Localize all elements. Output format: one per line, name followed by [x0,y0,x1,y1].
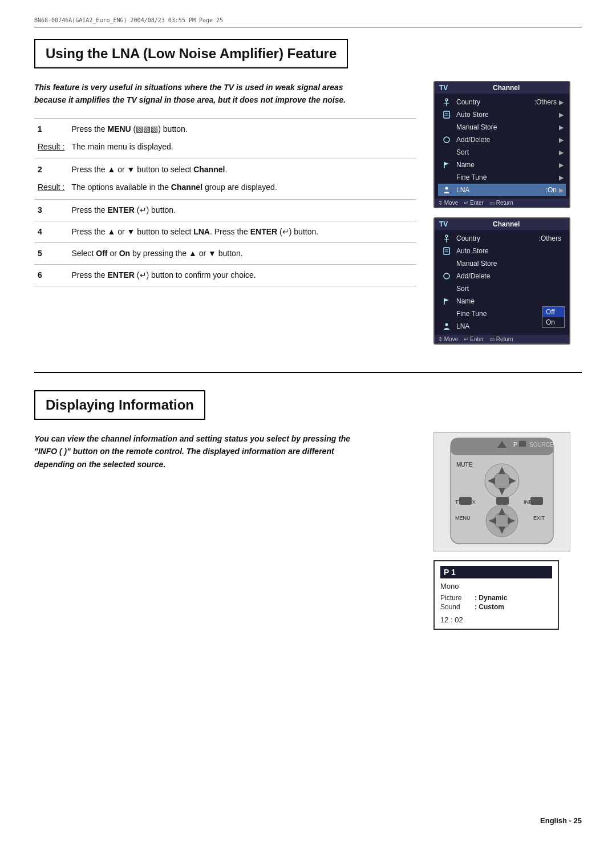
empty-icon-2 [440,147,453,157]
svg-rect-35 [459,497,472,505]
enter-label-6: ENTER [108,270,135,280]
svg-point-0 [445,99,448,101]
step-3-content: Press the ENTER (↵) button. [68,199,416,221]
step-4-content: Press the ▲ or ▼ button to select LNA. P… [68,221,416,242]
svg-marker-18 [444,298,449,302]
section2-screens-col: P SOURCE MUTE TTX/MIX [433,432,582,630]
manualstore-item: Manual Store [456,123,559,131]
popup-off: Off [542,307,564,317]
info-display-panel: P 1 Mono Picture : Dynamic Sound : Custo… [433,560,559,630]
svg-text:MENU: MENU [455,515,471,521]
country-value-2: :Others [539,234,561,242]
step-6-row: 6 Press the ENTER (↵) button to confirm … [34,264,416,286]
on-label: On [119,249,130,258]
page-footer: English - 25 [540,816,582,825]
autostore-item-2: Auto Store [456,247,564,255]
tv-row-lna-1: LNA :On ▶ [438,184,566,196]
lna-arrow-1: ▶ [559,187,564,194]
step-1-row: 1 Press the MENU (▧▧▧) button. [34,118,416,140]
tv-label-1: TV [439,84,448,92]
step-3-num: 3 [34,199,68,221]
tv-row-name-2: Name [438,295,566,307]
step-4-num: 4 [34,221,68,242]
step-1-num: 1 [34,118,68,140]
section1-intro: This feature is very useful in situation… [34,81,354,107]
lna-item-1: LNA [456,186,546,194]
step-6-content: Press the ENTER (↵) button to confirm yo… [68,264,416,286]
tv-row-name: Name ▶ [438,159,566,171]
section2-title: Displaying Information [34,390,205,420]
step-2-result: Result : The options available in the Ch… [34,180,416,200]
manualstore-item-2: Manual Store [456,260,564,268]
tv-row-country: Country :Others ▶ [438,96,566,108]
empty-icon-3 [440,172,453,183]
svg-point-9 [445,187,448,190]
svg-rect-24 [519,441,526,447]
svg-point-19 [445,323,448,326]
svg-rect-13 [444,248,449,254]
section2-content: You can view the channel information and… [34,432,582,630]
finetune-item: Fine Tune [456,173,559,181]
step-2-result-label: Result : [34,180,68,200]
country-item: Country [456,98,534,106]
remote-svg: P SOURCE MUTE TTX/MIX [439,435,565,549]
country-arrow: ▶ [559,99,564,106]
picture-label: Picture [440,594,475,602]
step-5-content: Select Off or On by pressing the ▲ or ▼ … [68,242,416,264]
enter-label-4: ENTER [250,227,277,236]
name-item-2: Name [456,297,564,305]
section1-content: This feature is very useful in situation… [34,81,582,354]
svg-rect-36 [496,497,509,505]
tv-row-manualstore: Manual Store ▶ [438,121,566,133]
antenna-icon [440,97,453,107]
step-2-row: 2 Press the ▲ or ▼ button to select Chan… [34,159,416,180]
tv-row-adddelete: Add/Delete ▶ [438,133,566,146]
adddelete-item: Add/Delete [456,136,559,144]
step-2-content: Press the ▲ or ▼ button to select Channe… [68,159,416,180]
person-icon-2 [440,321,453,331]
tv-row-autostore: Auto Store ▶ [438,108,566,121]
info-sound-row: Sound : Custom [440,603,552,611]
footer-text: English - 25 [540,816,582,825]
empty-icon-1 [440,122,453,132]
info-mono-row: Mono [440,582,552,590]
footer-move-1: ⇕ Move [438,200,458,206]
svg-point-10 [445,235,448,237]
section-divider [34,372,582,373]
step-1-content: Press the MENU (▧▧▧) button. [68,118,416,140]
section2-intro: You can view the channel information and… [34,432,354,471]
svg-point-41 [494,513,510,529]
finetune-arrow: ▶ [559,174,564,181]
manualstore-arrow: ▶ [559,124,564,131]
popup-on: On [542,317,564,327]
section2-steps-col: You can view the channel information and… [34,432,416,482]
book-icon-1 [440,110,453,120]
lna-value-1: :On [546,186,557,194]
section1-title: Using the LNA (Low Noise Amplifier) Feat… [34,39,348,68]
svg-rect-3 [444,111,449,118]
footer-enter-2: ↵ Enter [464,336,484,342]
autostore-arrow: ▶ [559,111,564,119]
off-label: Off [96,249,107,258]
svg-point-6 [444,137,449,143]
svg-rect-37 [530,497,543,505]
print-header: BN68-00746A(GAIA2_Euro_ENG) 2004/08/23 0… [34,17,582,27]
ch-label-2: Channel [493,220,520,228]
circle-icon-1 [440,135,453,145]
name-arrow: ▶ [559,161,564,169]
flag-icon-1 [440,160,453,170]
step-1-result: Result : The main menu is displayed. [34,140,416,159]
svg-text:SOURCE: SOURCE [529,442,554,448]
svg-text:EXIT: EXIT [533,515,545,521]
country-item-2: Country [456,234,539,242]
sound-value: : Custom [475,603,504,611]
svg-point-16 [444,273,449,279]
circle-icon-2 [440,271,453,281]
book-icon-2 [440,246,453,256]
info-picture-row: Picture : Dynamic [440,594,552,602]
empty-icon-6 [440,309,453,319]
empty-icon-4 [440,258,453,269]
tv-screen-1-footer: ⇕ Move ↵ Enter ▭ Return [435,199,569,207]
person-icon-1 [440,185,453,195]
screens-column: TV Channel Country :Others ▶ [433,81,582,354]
